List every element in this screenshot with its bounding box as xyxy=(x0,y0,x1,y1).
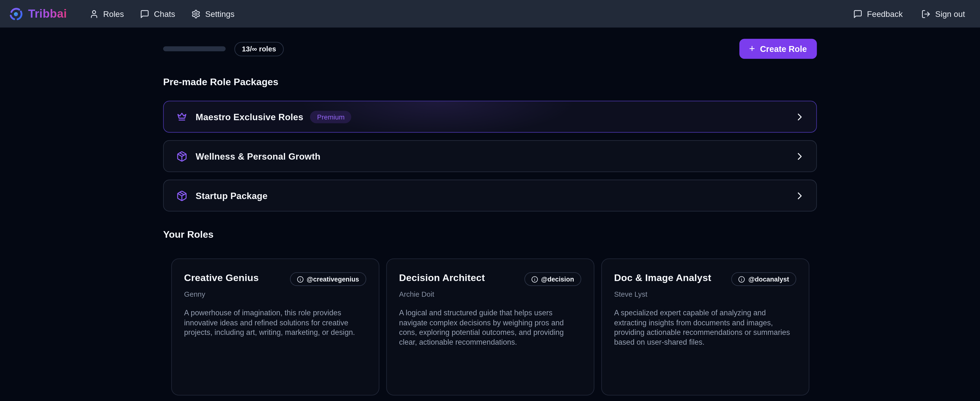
your-roles-grid: Creative Genius @creativegenius Genny A … xyxy=(171,259,809,401)
card-header: Creative Genius @creativegenius xyxy=(184,272,366,286)
roles-toolbar: 13/∞ roles + Create Role xyxy=(163,39,817,59)
logout-icon xyxy=(921,9,931,18)
chevron-right-icon xyxy=(795,112,804,121)
info-icon xyxy=(738,276,745,283)
role-description: A logical and structured guide that help… xyxy=(399,308,581,347)
nav-item-chats[interactable]: Chats xyxy=(140,9,175,18)
chat-icon xyxy=(140,9,150,18)
chevron-right-icon xyxy=(795,152,804,161)
top-navbar: Tribbai Roles Chats xyxy=(0,0,980,27)
package-icon xyxy=(176,190,188,201)
chevron-right-icon xyxy=(795,191,804,200)
role-handle: @creativegenius xyxy=(307,275,359,283)
brand-name: Tribbai xyxy=(28,7,67,21)
card-header: Decision Architect @decision xyxy=(399,272,581,286)
main-content: 13/∞ roles + Create Role Pre-made Role P… xyxy=(163,39,817,401)
package-row-startup[interactable]: Startup Package xyxy=(163,180,817,211)
roles-count-badge: 13/∞ roles xyxy=(234,42,284,56)
packages-section-title: Pre-made Role Packages xyxy=(163,77,817,88)
role-subtitle: Steve Lyst xyxy=(614,290,796,298)
chat-icon xyxy=(853,9,862,18)
info-icon xyxy=(297,276,304,283)
role-handle-badge[interactable]: @decision xyxy=(524,272,581,286)
role-subtitle: Genny xyxy=(184,290,366,298)
role-handle-badge[interactable]: @creativegenius xyxy=(290,272,366,286)
package-name: Startup Package xyxy=(196,190,267,200)
role-title: Doc & Image Analyst xyxy=(614,272,711,283)
crown-icon xyxy=(176,111,188,122)
roles-progress-bar xyxy=(163,46,226,51)
sign-out-label: Sign out xyxy=(935,9,965,18)
role-card-doc-image-analyst[interactable]: Doc & Image Analyst @docanalyst Steve Ly… xyxy=(601,259,809,396)
role-handle: @decision xyxy=(541,275,574,283)
role-subtitle: Archie Doit xyxy=(399,290,581,298)
role-title: Creative Genius xyxy=(184,272,259,283)
main-nav: Roles Chats Settings xyxy=(89,9,235,18)
role-card-decision-architect[interactable]: Decision Architect @decision Archie Doit… xyxy=(386,259,594,396)
tribbai-logo-icon xyxy=(9,6,23,21)
package-name: Maestro Exclusive Roles xyxy=(196,112,304,122)
plus-icon: + xyxy=(749,44,755,54)
sign-out-button[interactable]: Sign out xyxy=(921,9,965,18)
role-handle-badge[interactable]: @docanalyst xyxy=(732,272,796,286)
create-role-button[interactable]: + Create Role xyxy=(739,39,817,59)
nav-label: Roles xyxy=(103,9,124,18)
your-roles-section-title: Your Roles xyxy=(163,229,817,240)
premium-badge: Premium xyxy=(310,110,352,123)
gear-icon xyxy=(191,9,201,18)
nav-item-settings[interactable]: Settings xyxy=(191,9,234,18)
feedback-label: Feedback xyxy=(867,9,903,18)
package-name: Wellness & Personal Growth xyxy=(196,151,321,161)
feedback-button[interactable]: Feedback xyxy=(853,9,903,18)
info-icon xyxy=(531,276,538,283)
brand-logo[interactable]: Tribbai xyxy=(9,6,67,21)
nav-label: Chats xyxy=(154,9,175,18)
role-description: A powerhouse of imagination, this role p… xyxy=(184,308,366,338)
nav-label: Settings xyxy=(205,9,234,18)
role-handle: @docanalyst xyxy=(748,275,789,283)
app-window: Tribbai Roles Chats xyxy=(0,0,980,401)
header-actions: Feedback Sign out xyxy=(853,9,965,18)
create-role-label: Create Role xyxy=(760,44,807,53)
user-icon xyxy=(89,9,99,18)
package-row-maestro[interactable]: Maestro Exclusive Roles Premium xyxy=(163,101,817,133)
role-description: A specialized expert capable of analyzin… xyxy=(614,308,796,347)
role-title: Decision Architect xyxy=(399,272,485,283)
card-header: Doc & Image Analyst @docanalyst xyxy=(614,272,796,286)
package-row-wellness[interactable]: Wellness & Personal Growth xyxy=(163,140,817,172)
package-icon xyxy=(176,150,188,162)
nav-item-roles[interactable]: Roles xyxy=(89,9,124,18)
role-card-creative-genius[interactable]: Creative Genius @creativegenius Genny A … xyxy=(171,259,379,396)
